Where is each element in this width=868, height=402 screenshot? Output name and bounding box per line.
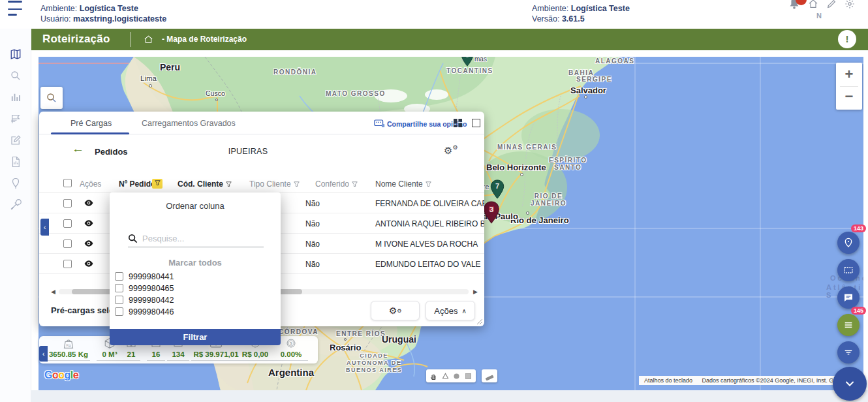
user-initial[interactable]: N xyxy=(816,12,822,20)
breadcrumb-home-icon[interactable] xyxy=(144,35,153,44)
map-search-button[interactable] xyxy=(40,87,63,109)
map-label-belohorizonte: Belo Horizonte xyxy=(486,162,546,172)
cell-nome: FERNANDA DE OLIVEIRA CARDOS xyxy=(375,199,484,208)
view-eye-icon[interactable] xyxy=(84,198,94,208)
dropdown-title: Ordenar coluna xyxy=(110,201,281,211)
bottom-strip xyxy=(31,390,868,402)
view-eye-icon[interactable] xyxy=(84,239,94,248)
map-ruler-button[interactable] xyxy=(482,369,497,382)
table-settings-gears-icon[interactable]: ⚙⚙ xyxy=(444,144,458,157)
totals-collapse-button[interactable]: ‹ xyxy=(39,346,48,362)
module-title: Roteirização xyxy=(42,33,110,46)
collapse-panel-button[interactable] xyxy=(833,367,867,401)
env-info-left: Ambiente: Logística Teste Usuário: maxst… xyxy=(40,3,166,24)
pencil-icon[interactable] xyxy=(826,0,837,9)
filter-option[interactable]: 9999980441 xyxy=(115,272,174,281)
scroll-left-arrow[interactable]: ◀ xyxy=(51,288,55,295)
filtrar-button[interactable]: Filtrar xyxy=(110,329,281,345)
sidebar-item-search[interactable] xyxy=(10,70,22,82)
tab-pre-cargas[interactable]: Pré Cargas xyxy=(70,119,112,128)
map-attribution: Atalhos do teclado Dados cartográficos ©… xyxy=(639,376,863,385)
filter-icon-pedido-active[interactable] xyxy=(152,179,163,189)
zoom-in-button[interactable]: + xyxy=(836,63,862,86)
map-label-buenosaires: CIDADE AUTÔNOMA DE BUENOS AIRES xyxy=(346,352,402,374)
filter-button[interactable] xyxy=(837,341,860,363)
circle-tool-icon[interactable] xyxy=(452,372,461,380)
map-pin-7[interactable]: 7 xyxy=(489,179,505,202)
resize-handle[interactable] xyxy=(475,317,483,325)
list-button[interactable] xyxy=(837,314,860,336)
row-checkbox[interactable] xyxy=(63,199,72,208)
filter-option[interactable]: 9999980446 xyxy=(115,307,174,317)
map-markers-button[interactable] xyxy=(837,232,860,254)
chevron-down-icon xyxy=(843,377,856,390)
view-eye-icon[interactable] xyxy=(84,259,94,268)
select-all-checkbox[interactable] xyxy=(63,179,72,187)
home-icon[interactable] xyxy=(808,0,818,9)
option-checkbox[interactable] xyxy=(115,272,123,281)
map-label-alagoas: ALAGOAS xyxy=(595,57,635,65)
polygon-tool-icon[interactable] xyxy=(441,372,450,380)
filter-option[interactable]: 9999980465 xyxy=(115,284,174,293)
map-pin-palmas[interactable] xyxy=(460,57,474,69)
env-info-right: Ambiente: Logística Teste Versão: 3.61.5 xyxy=(532,3,630,24)
square-layout-icon[interactable] xyxy=(472,119,480,127)
option-checkbox[interactable] xyxy=(115,296,123,304)
search-placeholder: Pesquise... xyxy=(142,234,184,243)
mark-all-label[interactable]: Marcar todos xyxy=(110,258,281,268)
gear-icon[interactable] xyxy=(845,0,855,9)
map-zoom-control[interactable]: + − xyxy=(836,63,862,110)
col-n-pedido[interactable]: Nº Pedido xyxy=(119,179,155,189)
col-tipo-cliente[interactable]: Tipo Cliente xyxy=(249,179,300,189)
view-eye-icon[interactable] xyxy=(84,219,94,228)
col-acoes: Ações xyxy=(80,179,101,189)
col-conferido[interactable]: Conferido xyxy=(315,179,358,189)
zoom-out-button[interactable]: − xyxy=(836,87,862,110)
dropdown-search[interactable]: Pesquise... xyxy=(128,232,264,247)
footer-settings-button[interactable]: ⚙⚙ xyxy=(371,301,420,320)
tab-carregamentos-gravados[interactable]: Carregamentos Gravados xyxy=(142,119,236,128)
filter-option[interactable]: 9999980442 xyxy=(115,296,174,305)
map-label-riodejaneiro-state: RIO DE JANEIRO xyxy=(531,193,566,207)
actions-button[interactable]: Ações∧ xyxy=(426,301,475,320)
map-pin-3[interactable]: 3 xyxy=(482,201,501,226)
scroll-right-arrow[interactable]: ▶ xyxy=(473,288,478,295)
rect-tool-icon[interactable] xyxy=(464,372,473,380)
map-label-riodejaneiro-city: Rio de Janeiro xyxy=(510,215,569,225)
col-nome-cliente[interactable]: Nome Cliente xyxy=(375,179,431,189)
sidebar-item-report[interactable] xyxy=(10,156,22,168)
back-button[interactable]: ← xyxy=(72,142,84,156)
weight-icon: Kg xyxy=(62,337,75,349)
sidebar-item-pin[interactable] xyxy=(10,178,22,189)
menu-hamburger-icon[interactable] xyxy=(8,0,22,16)
keyboard-shortcuts-link[interactable]: Atalhos do teclado xyxy=(644,377,692,384)
alert-button[interactable]: ! xyxy=(838,30,856,48)
breadcrumb: - Mapa de Roteirização xyxy=(162,35,247,44)
pan-hand-icon[interactable] xyxy=(429,372,438,380)
sidebar-item-flag[interactable] xyxy=(10,113,22,125)
grid-layout-icon[interactable] xyxy=(454,119,462,127)
sidebar-item-edit[interactable] xyxy=(10,134,22,146)
salvador-dot xyxy=(584,95,587,99)
map-label-cusco: Cusco xyxy=(206,89,225,97)
pin-count: 7 xyxy=(489,182,505,190)
chat-button[interactable] xyxy=(837,286,860,309)
map-label-entrerios: ENTRE RÍOS xyxy=(336,330,386,337)
ruler-icon xyxy=(485,371,494,380)
area-select-button[interactable] xyxy=(837,259,860,281)
option-checkbox[interactable] xyxy=(115,284,123,292)
rio-dot xyxy=(526,211,529,215)
col-cod-cliente[interactable]: Cód. Cliente xyxy=(178,179,232,189)
sidebar-item-chart[interactable] xyxy=(10,91,22,103)
search-icon xyxy=(46,93,57,103)
row-checkbox[interactable] xyxy=(63,240,72,248)
panel-collapse-button[interactable]: ‹ xyxy=(40,219,49,236)
row-checkbox[interactable] xyxy=(63,260,72,268)
map-draw-toolbar[interactable] xyxy=(426,369,476,382)
map-label-rosario: Rosário xyxy=(330,343,361,352)
sidebar-item-tools[interactable] xyxy=(10,199,22,211)
option-checkbox[interactable] xyxy=(115,307,123,316)
sidebar-item-map[interactable] xyxy=(10,48,22,60)
lima-dot xyxy=(149,84,152,87)
row-checkbox[interactable] xyxy=(63,219,72,228)
